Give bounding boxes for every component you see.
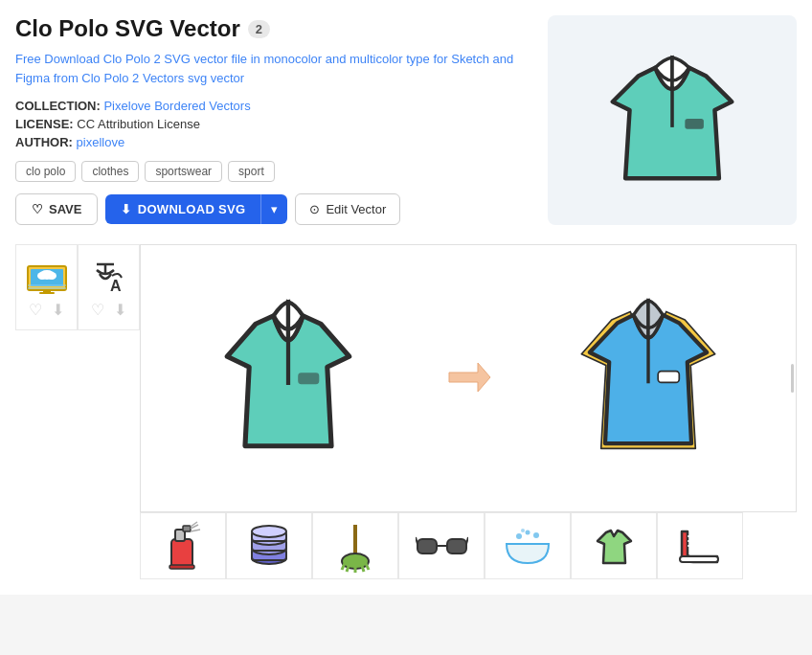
main-preview-area [140,244,797,512]
download-small-icon-2[interactable]: ⬇ [114,301,126,319]
tag-clothes[interactable]: clothes [81,161,139,182]
download-small-icon[interactable]: ⬇ [52,301,64,319]
svg-rect-1 [685,119,704,129]
cloud-folder-item[interactable]: ♡ ⬇ [15,244,78,330]
chevron-down-icon: ▾ [271,202,278,216]
spray-can-thumb[interactable] [140,512,226,579]
edit-vector-button[interactable]: ⊙ Edit Vector [295,193,400,225]
svg-line-43 [416,537,417,544]
bowl-thumb[interactable] [485,512,571,579]
download-button-group: ⬇ DOWNLOAD SVG ▾ [105,194,287,224]
svg-rect-25 [169,565,194,569]
svg-point-49 [521,529,525,532]
translate-item[interactable]: A ♡ ⬇ [78,244,140,330]
edit-vector-label: Edit Vector [326,202,386,216]
svg-point-48 [533,532,539,538]
svg-line-23 [191,530,200,531]
thumbnail-strip [140,512,797,579]
favorite-icon-2[interactable]: ♡ [91,301,104,319]
sidebar-icons: ♡ ⬇ A [15,244,140,512]
translate-icon: A [85,257,133,295]
svg-point-47 [525,530,530,534]
page-title: Clo Polo SVG Vector [15,15,240,42]
svg-point-6 [47,272,56,280]
tag-sportswear[interactable]: sportswear [145,161,222,182]
save-label: SAVE [49,202,81,216]
page-wrapper: Clo Polo SVG Vector 2 Free Download Clo … [0,0,812,595]
top-section: Clo Polo SVG Vector 2 Free Download Clo … [15,15,797,225]
download-dropdown-button[interactable]: ▾ [260,194,287,224]
svg-rect-15 [298,373,319,384]
description-text[interactable]: Free Download Clo Polo 2 SVG vector file… [15,50,529,87]
svg-rect-8 [39,292,55,294]
collection-row: COLLECTION: Pixelove Bordered Vectors [15,99,529,113]
right-preview-area [548,15,797,225]
author-label: AUTHOR: [15,135,73,149]
favorite-icon[interactable]: ♡ [29,301,42,319]
cloud-folder-actions: ♡ ⬇ [29,301,64,319]
cloud-folder-icon [23,257,71,295]
save-button[interactable]: ♡ SAVE [15,193,98,225]
title-row: Clo Polo SVG Vector 2 [15,15,529,42]
sunglasses-thumb[interactable] [398,512,485,579]
download-icon: ⬇ [121,202,131,216]
svg-point-46 [516,533,522,539]
license-value: CC Attribution License [77,117,200,131]
svg-rect-19 [171,539,192,568]
sidebar-icon-row-1: ♡ ⬇ A [15,244,140,330]
sidebar-spacer [15,512,140,579]
download-label: DOWNLOAD SVG [138,202,246,216]
svg-text:A: A [110,278,122,294]
collection-value[interactable]: Pixelove Bordered Vectors [103,99,250,113]
collection-label: COLLECTION: [15,99,101,113]
author-value[interactable]: pixellove [77,135,125,149]
author-row: AUTHOR: pixellove [15,135,529,149]
svg-rect-21 [183,526,191,531]
preview-shirt-1 [207,283,370,473]
preview-shirt-2 [567,283,730,473]
shirt-thumb[interactable] [571,512,657,579]
stacked-discs-thumb[interactable] [226,512,312,579]
bottom-row [15,512,797,579]
tag-sport[interactable]: sport [228,161,275,182]
heart-icon: ♡ [32,202,43,216]
actions-row: ♡ SAVE ⬇ DOWNLOAD SVG ▾ ⊙ Edit Vector [15,193,529,225]
svg-rect-40 [417,539,437,553]
edit-icon: ⊙ [309,202,320,216]
broom-thumb[interactable] [312,512,398,579]
version-badge: 2 [248,20,270,38]
translate-actions: ♡ ⬇ [91,301,126,319]
svg-marker-16 [449,363,490,392]
svg-line-44 [466,537,468,544]
tags-row: clo polo clothes sportswear sport [15,161,529,182]
svg-rect-50 [680,556,718,562]
shirt-preview-image [586,42,758,198]
download-svg-button[interactable]: ⬇ DOWNLOAD SVG [105,194,260,224]
license-label: LICENSE: [15,117,74,131]
license-row: LICENSE: CC Attribution License [15,117,529,131]
svg-rect-18 [658,372,679,383]
transform-arrow [444,353,492,404]
scrollbar-indicator[interactable] [791,364,794,393]
tag-clo-polo[interactable]: clo polo [15,161,76,182]
svg-point-5 [37,272,47,280]
svg-point-32 [252,526,286,537]
left-content: Clo Polo SVG Vector 2 Free Download Clo … [15,15,529,225]
svg-rect-41 [447,539,466,553]
bottom-section: ♡ ⬇ A [15,244,797,512]
boot-thumb[interactable] [657,512,743,579]
